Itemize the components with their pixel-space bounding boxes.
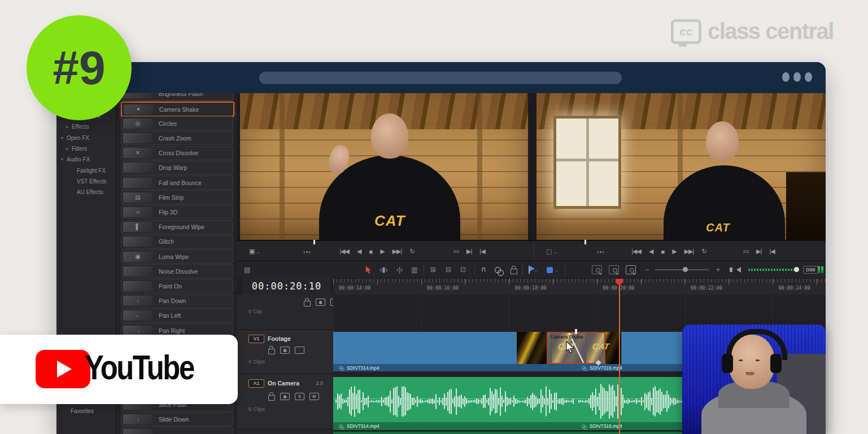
solo-button[interactable]: S xyxy=(295,393,304,400)
chevron-down-icon[interactable]: ▾ xyxy=(61,157,67,162)
in-out-range-button[interactable]: ▭ xyxy=(453,248,459,255)
zoom-custom-icon[interactable] xyxy=(626,261,640,278)
skip-end-button[interactable]: ▶▶| xyxy=(392,248,402,255)
track-enable-icon[interactable] xyxy=(295,347,304,354)
tree-item-au-effects[interactable]: AU Effects xyxy=(61,187,116,198)
skip-start-button[interactable]: |◀◀ xyxy=(631,248,641,255)
stop-button[interactable]: ■ xyxy=(369,248,373,255)
razor-edit-mode-icon[interactable]: ▥ xyxy=(411,261,417,278)
tree-item-effects[interactable]: ▸Effects xyxy=(61,121,116,132)
track-name[interactable]: Footage xyxy=(268,335,291,342)
replace-clip-icon[interactable]: ⊡ xyxy=(460,261,466,278)
fx-item-luma-wipe[interactable]: ▣Luma Wipe xyxy=(121,249,233,264)
address-bar[interactable] xyxy=(259,72,622,84)
fx-item-film-strip[interactable]: ▤Film Strip xyxy=(121,190,233,204)
skip-start-button[interactable]: |◀◀ xyxy=(339,248,349,255)
zoom-slider[interactable] xyxy=(655,261,709,278)
zoom-out-button[interactable]: − xyxy=(645,261,649,278)
zoom-full-extent-icon[interactable] xyxy=(592,261,607,278)
track-header-empty[interactable]: ◉ 0 Clip xyxy=(237,295,333,330)
fx-item-flip-3d[interactable]: ▱Flip 3D xyxy=(121,205,233,219)
flag-icon[interactable]: ⌄ xyxy=(529,261,538,278)
window-controls[interactable] xyxy=(782,72,812,82)
dynamic-trim-mode-icon[interactable]: ‹|› xyxy=(396,261,403,278)
chevron-right-icon[interactable]: ▸ xyxy=(66,146,72,151)
fx-item-partial[interactable] xyxy=(121,427,233,434)
stop-button[interactable]: ■ xyxy=(661,248,665,255)
fx-item-glitch[interactable]: Glitch xyxy=(121,235,233,249)
fx-item-fall-and-bounce[interactable]: Fall and Bounce xyxy=(121,176,233,190)
playhead-line[interactable] xyxy=(619,279,620,434)
tree-item-filters[interactable]: ▸Filters xyxy=(61,143,116,154)
tree-item-open-fx[interactable]: ▾Open FX xyxy=(61,133,116,143)
loop-button[interactable]: ↻ xyxy=(409,248,414,255)
track-name[interactable]: On Camera xyxy=(268,380,299,387)
fx-item-crash-zoom[interactable]: Crash Zoom xyxy=(121,131,233,145)
chevron-right-icon[interactable]: ▸ xyxy=(66,124,72,129)
chevron-down-icon[interactable]: ▾ xyxy=(61,135,67,141)
auto-select-icon[interactable]: ◉ xyxy=(280,347,290,354)
loop-button[interactable]: ↻ xyxy=(701,248,706,255)
fx-item-paint-on[interactable]: Paint On xyxy=(121,279,233,293)
step-back-button[interactable]: ◀ xyxy=(357,248,361,255)
timeline-ruler[interactable]: 00:00:14:0000:00:16:0000:00:18:0000:00:2… xyxy=(333,279,826,295)
timeline-view-options-icon[interactable]: ▤ xyxy=(244,261,250,278)
audio-clip-1[interactable]: SDIV7314.mp4 xyxy=(333,377,577,430)
play-button[interactable]: ▶ xyxy=(380,248,384,255)
selection-mode-icon[interactable] xyxy=(364,261,373,278)
sidebar-item-favorites[interactable]: Favorites xyxy=(71,408,94,414)
window-dot-icon[interactable] xyxy=(782,72,790,82)
position-lock-icon[interactable] xyxy=(511,261,517,278)
track-badge-v1[interactable]: V1 xyxy=(248,335,264,343)
fx-item-noise-dissolve[interactable]: Noise Dissolve xyxy=(121,264,233,278)
lock-icon[interactable] xyxy=(304,301,311,306)
linked-selection-icon[interactable] xyxy=(495,261,501,278)
fx-item-pan-left[interactable]: ←Pan Left xyxy=(121,309,233,323)
fx-item-drop-warp[interactable]: Drop Warp xyxy=(121,161,233,175)
track-header-a1[interactable]: A1 On Camera 2.0 ◉ S M 6 Clips xyxy=(237,374,333,429)
tree-item-fairlight-fx[interactable]: Fairlight FX xyxy=(61,165,116,176)
fx-item-foreground-wipe[interactable]: ▌Foreground Wipe xyxy=(121,220,233,234)
jog-control[interactable]: ‹ • › xyxy=(597,248,604,255)
fx-item-camera-shake[interactable]: ✦Camera Shake xyxy=(121,102,234,117)
audio-volume-slider[interactable] xyxy=(748,261,798,278)
trim-edit-mode-icon[interactable]: ‹▮› xyxy=(380,261,388,278)
goto-last-button[interactable]: ▶| xyxy=(756,248,761,255)
tree-item-audio-fx[interactable]: ▾Audio FX xyxy=(61,154,116,165)
step-back-button[interactable]: ◀ xyxy=(649,248,653,255)
snapping-magnet-icon[interactable]: ∪ xyxy=(481,261,486,278)
insert-clip-icon[interactable]: ⊞ xyxy=(430,261,436,278)
lock-icon[interactable] xyxy=(268,349,275,354)
overwrite-clip-icon[interactable]: ⊟ xyxy=(446,261,451,278)
jog-control[interactable]: ‹ • › xyxy=(303,248,310,255)
transition-camera-shake[interactable]: Camera Shake xyxy=(547,332,605,364)
skip-end-button[interactable]: ▶▶| xyxy=(684,248,694,255)
fx-item-brightness-flash[interactable]: Brightness Flash xyxy=(121,93,233,101)
fx-item-slide-down[interactable]: ↓Slide Down xyxy=(121,412,233,426)
auto-select-icon[interactable]: ◉ xyxy=(280,393,290,400)
goto-first-button[interactable]: |◀ xyxy=(769,248,774,255)
fx-item-circles[interactable]: ◎Circles xyxy=(121,116,233,130)
fx-item-cross-dissolve[interactable]: ✕Cross Dissolve xyxy=(121,146,233,160)
window-dot-icon[interactable] xyxy=(793,72,801,82)
zoom-in-button[interactable]: + xyxy=(716,261,720,278)
fx-item-pan-down[interactable]: ↓Pan Down xyxy=(121,294,233,308)
audio-speaker-icon[interactable] xyxy=(736,261,741,278)
track-badge-a1[interactable]: A1 xyxy=(248,379,264,388)
viewer-mode-icon[interactable]: ▢⌄ xyxy=(546,248,557,255)
trim-handle[interactable] xyxy=(575,329,577,334)
play-button[interactable]: ▶ xyxy=(672,248,676,255)
dim-audio-button[interactable]: DIM xyxy=(803,261,818,278)
marker-icon[interactable]: ⌄ xyxy=(547,261,559,278)
window-dot-icon[interactable] xyxy=(805,72,812,82)
goto-first-button[interactable]: |◀ xyxy=(479,248,485,255)
zoom-detail-icon[interactable] xyxy=(609,261,623,278)
goto-last-button[interactable]: ▶| xyxy=(466,248,472,255)
track-header-v1[interactable]: V1 Footage ◉ 6 Clips xyxy=(237,330,333,374)
tree-item-vst-effects[interactable]: VST Effects xyxy=(61,176,116,187)
auto-select-icon[interactable]: ◉ xyxy=(316,299,325,306)
viewer-mode-icon[interactable]: ▣⌄ xyxy=(249,248,260,255)
in-out-range-button[interactable]: ▭ xyxy=(743,248,748,255)
mute-button[interactable]: M xyxy=(309,393,319,400)
lock-icon[interactable] xyxy=(268,395,275,401)
